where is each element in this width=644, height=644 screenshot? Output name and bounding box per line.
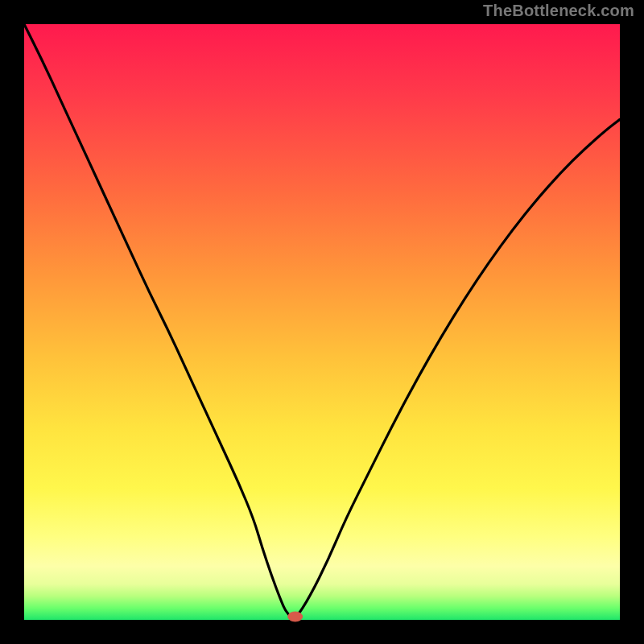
watermark-text: TheBottleneck.com: [483, 2, 634, 20]
chart-svg: [24, 24, 620, 620]
plot-area: [24, 24, 620, 620]
bottleneck-marker: [288, 612, 303, 621]
chart-frame: TheBottleneck.com: [0, 0, 644, 644]
bottleneck-curve: [24, 24, 620, 617]
